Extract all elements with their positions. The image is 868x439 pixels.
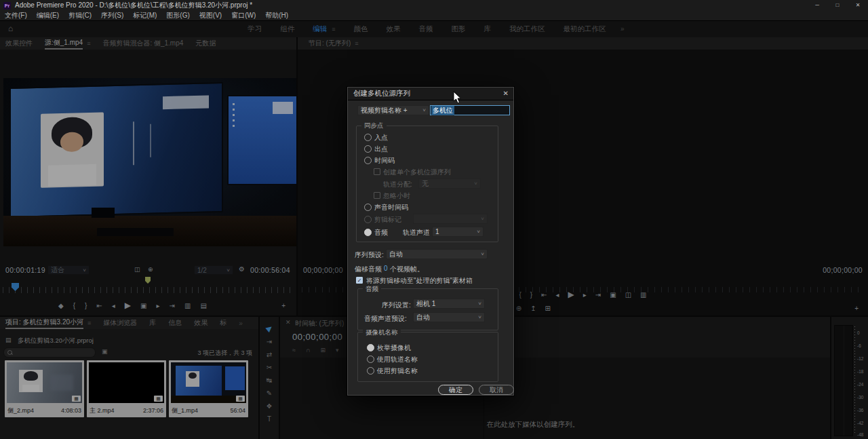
mark-in-icon[interactable]: { [519, 291, 521, 299]
tab-effect-controls[interactable]: 效果控件 [5, 39, 33, 48]
tab-markers[interactable]: 标 [220, 318, 226, 328]
go-to-in-icon[interactable]: ⇤ [541, 291, 547, 299]
clip-marker-green[interactable] [145, 277, 151, 284]
mark-in-icon[interactable]: { [73, 302, 75, 309]
comparison-view-icon[interactable]: ▥ [640, 291, 646, 299]
source-zoom-level-dropdown[interactable]: 适合 ˅ [47, 265, 90, 275]
program-timecode-position[interactable]: 00;00;00;00 [303, 266, 343, 274]
radio-use-clip-names[interactable] [367, 367, 374, 375]
workspace-tab-original-workspace[interactable]: 最初的工作区 [564, 24, 606, 34]
wrench-icon[interactable]: ⚙ [239, 265, 245, 273]
overwrite-icon[interactable]: ▤ [200, 302, 206, 309]
tab-timeline[interactable]: 时间轴: (无序列) [295, 319, 344, 328]
menu-help[interactable]: 帮助(H) [265, 11, 288, 20]
tab-libraries[interactable]: 库 [149, 318, 156, 328]
close-icon[interactable]: ✕ [848, 0, 868, 11]
project-file-name[interactable]: 多机位剪辑3.20小河.prproj [18, 337, 94, 345]
razor-tool-icon[interactable]: ✂ [260, 364, 279, 371]
source-playback-resolution-dropdown[interactable]: 1/2 ˅ [194, 265, 233, 275]
menu-edit[interactable]: 编辑(E) [37, 11, 59, 20]
lift-icon[interactable]: ▣ [610, 291, 616, 299]
snap-icon[interactable]: ≈ [292, 347, 296, 354]
pen-tool-icon[interactable]: ✎ [260, 389, 279, 397]
menu-window[interactable]: 窗口(W) [231, 11, 256, 20]
new-bin-icon[interactable]: ▣ [102, 348, 108, 355]
source-settings-icon[interactable]: ◫ [134, 266, 140, 273]
dialog-title-bar[interactable]: 创建多机位源序列 [348, 88, 513, 100]
workspace-tab-audio[interactable]: 音频 [419, 24, 433, 34]
track-channel-dropdown[interactable]: 1 ˅ [432, 227, 484, 237]
radio-use-track-names[interactable] [367, 356, 374, 363]
project-panel-menu-icon[interactable]: ≡ [87, 320, 91, 326]
timeline-settings-icon[interactable]: ⊞ [320, 347, 326, 354]
maximize-icon[interactable]: □ [827, 0, 848, 11]
track-select-tool-icon[interactable]: ⇥ [260, 338, 279, 345]
checkbox-move-source-clips[interactable]: ✓ [356, 277, 363, 284]
menu-graphics[interactable]: 图形(G) [166, 11, 189, 20]
timeline-timecode[interactable]: 00;00;00;00 [292, 332, 342, 342]
play-icon[interactable]: ▶ [568, 290, 574, 299]
radio-in-points[interactable] [364, 134, 372, 141]
tab-metadata[interactable]: 元数据 [195, 39, 216, 48]
mark-out-icon[interactable]: } [530, 291, 532, 299]
clip-item-side1[interactable]: ▦ 侧_1.mp4 56:04 [169, 360, 248, 417]
tab-program-monitor[interactable]: 节目: (无序列) [309, 39, 351, 48]
clip-item-side2[interactable]: ▦ 侧_2.mp4 4:08:03 [5, 360, 84, 417]
radio-clip-marker[interactable] [364, 216, 372, 223]
workspace-tab-learning[interactable]: 学习 [248, 24, 262, 34]
clip-item-main2[interactable]: ▦ 主 2.mp4 2:37:06 [87, 360, 166, 417]
settings-icon[interactable]: ⊕ [516, 305, 521, 312]
step-back-icon[interactable]: ◂ [112, 302, 115, 309]
radio-out-points[interactable] [364, 145, 372, 153]
export-frame-icon[interactable]: ↥ [530, 305, 536, 312]
workspace-tab-assembly[interactable]: 组件 [280, 24, 294, 34]
tab-media-browser[interactable]: 媒体浏览器 [103, 318, 137, 328]
chevron-down-icon[interactable]: ▾ [336, 347, 339, 354]
audio-sequence-settings-dropdown[interactable]: 相机 1 ˅ [413, 299, 485, 309]
sequence-name-input[interactable]: 多机位 [430, 105, 510, 115]
menu-clip[interactable]: 剪辑(C) [68, 11, 92, 20]
source-button-editor-icon[interactable]: ⊕ [148, 266, 153, 273]
tab-project[interactable]: 项目: 多机位剪辑3.20小河 [5, 318, 83, 329]
project-tabs-overflow-icon[interactable]: » [239, 320, 243, 327]
track-assignment-dropdown[interactable]: 无 ˅ [418, 178, 481, 189]
clip-name-mode-dropdown[interactable]: 视频剪辑名称 + ˅ [357, 105, 429, 115]
step-back-icon[interactable]: ◂ [556, 291, 559, 299]
radio-timecode[interactable] [364, 157, 372, 164]
workspace-tab-graphics[interactable]: 图形 [452, 24, 466, 34]
clip-marker-dropdown[interactable]: ˅ [413, 214, 488, 224]
sequence-preset-dropdown[interactable]: 自动 ˅ [386, 249, 488, 259]
source-video-preview[interactable] [3, 78, 296, 246]
add-marker-icon[interactable]: ◆ [58, 302, 64, 309]
multicam-view-icon[interactable]: ⊞ [545, 305, 551, 312]
program-panel-menu-icon[interactable]: ≡ [355, 40, 358, 47]
go-to-in-icon[interactable]: ⇤ [96, 302, 102, 309]
timeline-close-icon[interactable]: ✕ [285, 319, 291, 326]
workspace-overflow-icon[interactable]: » [620, 25, 625, 33]
minimize-icon[interactable]: ─ [807, 0, 827, 11]
audio-channels-preset-dropdown[interactable]: 自动 ˅ [413, 312, 485, 322]
play-icon[interactable]: ▶ [125, 301, 131, 310]
radio-enumerate-cameras[interactable] [367, 344, 374, 351]
menu-file[interactable]: 文件(F) [5, 11, 27, 20]
source-timecode-in[interactable]: 00:00:01:19 [5, 266, 45, 274]
search-input[interactable] [3, 347, 96, 358]
ripple-edit-tool-icon[interactable]: ⇄ [260, 351, 279, 358]
radio-audio[interactable] [364, 229, 372, 236]
home-icon[interactable]: ⌂ [8, 24, 13, 33]
hand-tool-icon[interactable]: ❖ [260, 402, 279, 410]
source-add-button-icon[interactable]: + [281, 302, 285, 309]
offset-audio-value[interactable]: 0 [384, 265, 388, 272]
workspace-tab-my-workspace[interactable]: 我的工作区 [509, 24, 545, 34]
step-forward-icon[interactable]: ▸ [583, 291, 587, 299]
ok-button[interactable]: 确定 [438, 385, 473, 395]
workspace-tab-color[interactable]: 颜色 [354, 24, 368, 34]
tab-effects[interactable]: 效果 [194, 318, 208, 328]
source-time-ruler[interactable] [3, 287, 293, 293]
tab-info[interactable]: 信息 [168, 318, 182, 328]
selection-tool-icon[interactable]: ▶ [259, 319, 279, 338]
menu-view[interactable]: 视图(V) [199, 11, 222, 20]
insert-icon[interactable]: ▥ [184, 302, 191, 309]
workspace-tab-libraries[interactable]: 库 [484, 24, 492, 34]
workspace-tab-editing[interactable]: 编辑 [313, 24, 327, 34]
